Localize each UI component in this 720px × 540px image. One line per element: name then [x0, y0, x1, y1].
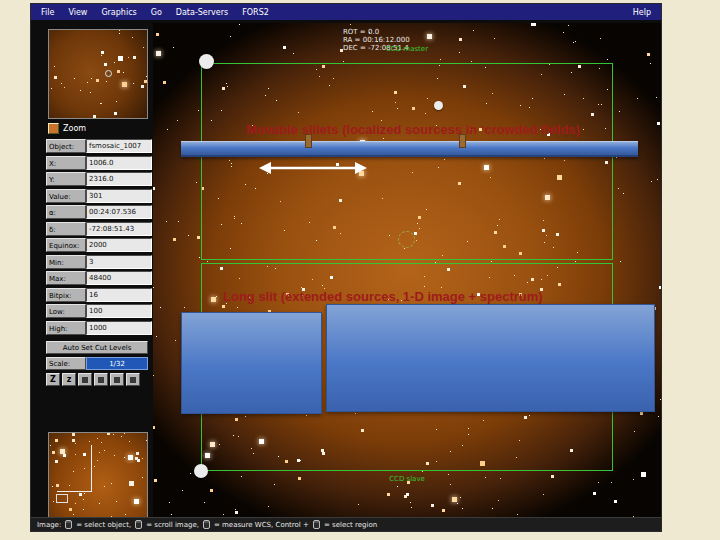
value-field[interactable]: 301: [86, 189, 152, 203]
menu-bar: File View Graphics Go Data-Servers FORS2…: [31, 4, 661, 20]
field-label: Bitpix:: [46, 288, 86, 302]
bitpix-field[interactable]: 16: [86, 288, 152, 302]
high-cut-field[interactable]: 1000: [86, 321, 152, 335]
menu-data-servers[interactable]: Data-Servers: [176, 8, 228, 17]
field-row-min: Min: 3: [46, 255, 152, 269]
equinox-field[interactable]: 2000: [86, 238, 152, 252]
bullet-circle-small: [434, 101, 443, 110]
pan-window[interactable]: [48, 29, 148, 119]
menu-file[interactable]: File: [41, 8, 54, 17]
menu-graphics[interactable]: Graphics: [101, 8, 136, 17]
image-canvas[interactable]: ROT = 0.0 RA = 00:16:12.000 DEC = -72:08…: [153, 23, 661, 517]
slitlet-notch: [459, 134, 466, 148]
tool-button-1[interactable]: [78, 373, 92, 386]
x-field[interactable]: 1006.0: [86, 156, 152, 170]
field-row-bitpix: Bitpix: 16: [46, 288, 152, 302]
field-row-delta: δ: -72:08:51.43: [46, 222, 152, 236]
field-label: α:: [46, 205, 86, 219]
crosshair-vertical: [91, 445, 92, 491]
field-label: Max:: [46, 271, 86, 285]
status-text: = select region: [324, 521, 377, 529]
magnifier-window[interactable]: [48, 432, 148, 522]
tool-button-3[interactable]: [110, 373, 124, 386]
crosshair-horizontal: [57, 491, 92, 492]
tool-button-2[interactable]: [94, 373, 108, 386]
status-text: = scroll image,: [146, 521, 199, 529]
field-label: High:: [46, 321, 86, 335]
slitlet-notch: [305, 134, 312, 148]
movable-slitlets-caption: Movable slilets (localized sourcess in ‘…: [193, 122, 633, 137]
movable-slitlet-bar: [181, 141, 638, 157]
menu-fors2[interactable]: FORS2: [242, 8, 269, 17]
pan-marker-icon: [105, 70, 112, 77]
auto-set-cut-levels-button[interactable]: Auto Set Cut Levels: [46, 341, 148, 354]
menu-go[interactable]: Go: [151, 8, 162, 17]
info-fields: Object: fsmosaic_1007 X: 1006.0 Y: 2316.…: [46, 139, 152, 337]
field-label: Y:: [46, 172, 86, 186]
zoom-row: Zoom: [48, 123, 86, 134]
field-row-low: Low: 100: [46, 304, 152, 318]
object-field[interactable]: fsmosaic_1007: [86, 139, 152, 153]
zoom-label: Zoom: [63, 124, 86, 133]
long-slit-box-right: [326, 304, 655, 412]
long-slit-caption: Long slit (extended sources, 1-D image +…: [223, 289, 543, 304]
crosshair-box: [56, 494, 68, 503]
field-label: Min:: [46, 255, 86, 269]
field-label: Object:: [46, 139, 86, 153]
ccd-master-label: CCD master: [201, 45, 613, 53]
field-row-y: Y: 2316.0: [46, 172, 152, 186]
source-marker-circle: [398, 231, 415, 248]
zoom-out-button[interactable]: z: [62, 373, 76, 386]
scale-label: Scale:: [46, 357, 86, 370]
mouse-button-icon: [203, 520, 210, 529]
control-panel: Zoom Object: fsmosaic_1007 X: 1006.0 Y: …: [46, 23, 152, 517]
status-bar: Image: = select object, = scroll image, …: [31, 517, 661, 531]
low-cut-field[interactable]: 100: [86, 304, 152, 318]
mouse-button-icon: [313, 520, 320, 529]
zoom-checkbox[interactable]: [48, 123, 59, 134]
tool-icon: [82, 377, 88, 383]
field-label: Equinox:: [46, 238, 86, 252]
alpha-field[interactable]: 00:24:07.536: [86, 205, 152, 219]
status-text: = measure WCS, Control +: [214, 521, 309, 529]
tool-button-4[interactable]: [126, 373, 140, 386]
ccd-slave-label: CCD slave: [201, 475, 613, 483]
tool-icon: [130, 377, 136, 383]
menu-help[interactable]: Help: [633, 8, 651, 17]
y-field[interactable]: 2316.0: [86, 172, 152, 186]
double-arrow-icon: [259, 159, 367, 177]
field-row-x: X: 1006.0: [46, 156, 152, 170]
field-row-value: Value: 301: [46, 189, 152, 203]
bullet-circle-top: [199, 54, 214, 69]
field-label: Low:: [46, 304, 86, 318]
presentation-slide: File View Graphics Go Data-Servers FORS2…: [0, 0, 720, 540]
mouse-button-icon: [135, 520, 142, 529]
zoom-button-row: Z z: [46, 373, 140, 386]
pan-starfield: [49, 30, 147, 118]
delta-field[interactable]: -72:08:51.43: [86, 222, 152, 236]
min-field[interactable]: 3: [86, 255, 152, 269]
field-label: Value:: [46, 189, 86, 203]
field-label: δ:: [46, 222, 86, 236]
field-label: X:: [46, 156, 86, 170]
rot-readout: ROT = 0.0: [343, 28, 410, 36]
status-text: = select object,: [76, 521, 131, 529]
field-row-object: Object: fsmosaic_1007: [46, 139, 152, 153]
field-row-equinox: Equinox: 2000: [46, 238, 152, 252]
max-field[interactable]: 48400: [86, 271, 152, 285]
tool-icon: [114, 377, 120, 383]
scale-dropdown[interactable]: 1/32: [86, 357, 148, 370]
field-row-high: High: 1000: [46, 321, 152, 335]
ra-readout: RA = 00:16:12.000: [343, 36, 410, 44]
zoom-in-button[interactable]: Z: [46, 373, 60, 386]
field-row-max: Max: 48400: [46, 271, 152, 285]
bullet-circle-bottom: [194, 464, 208, 478]
long-slit-box-left: [181, 312, 322, 414]
tool-icon: [98, 377, 104, 383]
scale-row: Scale: 1/32: [46, 357, 148, 370]
magnifier-starfield: [49, 433, 147, 521]
mouse-button-icon: [65, 520, 72, 529]
status-text: Image:: [37, 521, 61, 529]
menu-view[interactable]: View: [68, 8, 87, 17]
rtd-application-window: File View Graphics Go Data-Servers FORS2…: [30, 3, 662, 532]
